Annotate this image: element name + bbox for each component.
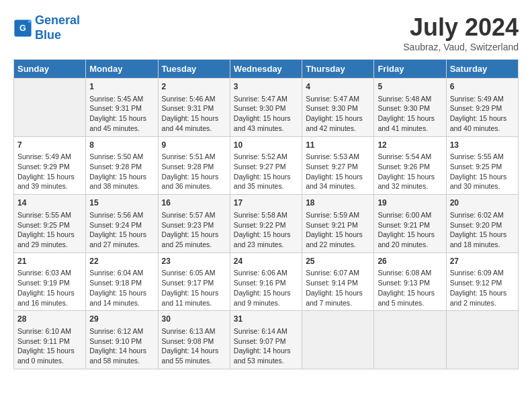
calendar-cell: 20Sunrise: 6:02 AM Sunset: 9:20 PM Dayli…	[446, 195, 518, 253]
day-info: Sunrise: 5:58 AM Sunset: 9:22 PM Dayligh…	[234, 210, 298, 250]
day-info: Sunrise: 5:45 AM Sunset: 9:31 PM Dayligh…	[89, 94, 154, 134]
day-number: 12	[378, 140, 442, 151]
day-info: Sunrise: 5:49 AM Sunset: 9:29 PM Dayligh…	[450, 94, 515, 134]
calendar-cell: 3Sunrise: 5:47 AM Sunset: 9:30 PM Daylig…	[230, 79, 302, 137]
calendar-cell: 23Sunrise: 6:05 AM Sunset: 9:17 PM Dayli…	[158, 253, 230, 311]
calendar-cell: 26Sunrise: 6:08 AM Sunset: 9:13 PM Dayli…	[374, 253, 446, 311]
logo-line1: General	[35, 13, 80, 27]
day-info: Sunrise: 5:53 AM Sunset: 9:27 PM Dayligh…	[306, 152, 370, 191]
calendar-cell	[14, 79, 86, 137]
calendar-cell: 8Sunrise: 5:50 AM Sunset: 9:28 PM Daylig…	[86, 136, 158, 195]
day-number: 3	[234, 81, 298, 93]
column-header-thursday: Thursday	[302, 60, 374, 79]
day-number: 18	[306, 197, 370, 209]
day-number: 9	[162, 140, 226, 151]
calendar-cell: 9Sunrise: 5:51 AM Sunset: 9:28 PM Daylig…	[158, 136, 230, 195]
calendar-cell: 18Sunrise: 5:59 AM Sunset: 9:21 PM Dayli…	[302, 195, 374, 253]
day-number: 11	[306, 140, 370, 151]
calendar-cell: 12Sunrise: 5:54 AM Sunset: 9:26 PM Dayli…	[374, 136, 446, 195]
title-block: July 2024 Saubraz, Vaud, Switzerland	[403, 13, 519, 52]
calendar-cell: 21Sunrise: 6:03 AM Sunset: 9:19 PM Dayli…	[14, 253, 86, 311]
calendar-cell: 22Sunrise: 6:04 AM Sunset: 9:18 PM Dayli…	[86, 253, 158, 311]
day-number: 26	[378, 256, 442, 267]
day-number: 13	[450, 140, 515, 151]
day-info: Sunrise: 6:05 AM Sunset: 9:17 PM Dayligh…	[162, 268, 226, 308]
calendar-cell: 30Sunrise: 6:13 AM Sunset: 9:08 PM Dayli…	[158, 311, 230, 369]
day-number: 6	[450, 81, 515, 93]
day-number: 25	[306, 256, 370, 267]
logo-text: General Blue	[35, 13, 80, 42]
day-number: 8	[89, 140, 154, 151]
calendar-cell: 2Sunrise: 5:46 AM Sunset: 9:31 PM Daylig…	[158, 79, 230, 137]
day-number: 5	[378, 81, 442, 93]
calendar-cell: 13Sunrise: 5:55 AM Sunset: 9:25 PM Dayli…	[446, 136, 518, 195]
day-info: Sunrise: 5:55 AM Sunset: 9:25 PM Dayligh…	[450, 152, 515, 191]
day-number: 10	[234, 140, 298, 151]
calendar-cell	[374, 311, 446, 369]
day-number: 24	[234, 256, 298, 267]
calendar-cell: 25Sunrise: 6:07 AM Sunset: 9:14 PM Dayli…	[302, 253, 374, 311]
day-info: Sunrise: 6:13 AM Sunset: 9:08 PM Dayligh…	[162, 326, 226, 366]
calendar-cell	[446, 311, 518, 369]
location-subtitle: Saubraz, Vaud, Switzerland	[403, 42, 519, 52]
day-info: Sunrise: 6:08 AM Sunset: 9:13 PM Dayligh…	[378, 268, 442, 308]
column-header-sunday: Sunday	[14, 60, 86, 79]
day-info: Sunrise: 5:47 AM Sunset: 9:30 PM Dayligh…	[306, 94, 370, 134]
calendar-cell: 4Sunrise: 5:47 AM Sunset: 9:30 PM Daylig…	[302, 79, 374, 137]
calendar-cell: 6Sunrise: 5:49 AM Sunset: 9:29 PM Daylig…	[446, 79, 518, 137]
day-number: 30	[162, 314, 226, 325]
column-header-tuesday: Tuesday	[158, 60, 230, 79]
logo: G General Blue	[13, 13, 80, 42]
day-info: Sunrise: 5:54 AM Sunset: 9:26 PM Dayligh…	[378, 152, 442, 191]
day-number: 1	[89, 81, 154, 93]
day-number: 29	[89, 314, 154, 325]
calendar-cell: 28Sunrise: 6:10 AM Sunset: 9:11 PM Dayli…	[14, 311, 86, 369]
day-info: Sunrise: 5:48 AM Sunset: 9:30 PM Dayligh…	[378, 94, 442, 134]
calendar-week-2: 7Sunrise: 5:49 AM Sunset: 9:29 PM Daylig…	[14, 136, 519, 195]
day-number: 4	[306, 81, 370, 93]
day-info: Sunrise: 6:03 AM Sunset: 9:19 PM Dayligh…	[17, 268, 82, 308]
day-number: 7	[17, 140, 82, 151]
day-info: Sunrise: 5:50 AM Sunset: 9:28 PM Dayligh…	[89, 152, 154, 191]
calendar-cell: 27Sunrise: 6:09 AM Sunset: 9:12 PM Dayli…	[446, 253, 518, 311]
calendar-table: SundayMondayTuesdayWednesdayThursdayFrid…	[13, 59, 519, 369]
day-number: 14	[17, 197, 82, 209]
calendar-cell: 1Sunrise: 5:45 AM Sunset: 9:31 PM Daylig…	[86, 79, 158, 137]
day-number: 27	[450, 256, 515, 267]
day-info: Sunrise: 5:56 AM Sunset: 9:24 PM Dayligh…	[89, 210, 154, 250]
calendar-cell: 11Sunrise: 5:53 AM Sunset: 9:27 PM Dayli…	[302, 136, 374, 195]
day-number: 23	[162, 256, 226, 267]
column-header-friday: Friday	[374, 60, 446, 79]
calendar-cell: 19Sunrise: 6:00 AM Sunset: 9:21 PM Dayli…	[374, 195, 446, 253]
calendar-week-1: 1Sunrise: 5:45 AM Sunset: 9:31 PM Daylig…	[14, 79, 519, 137]
calendar-cell: 31Sunrise: 6:14 AM Sunset: 9:07 PM Dayli…	[230, 311, 302, 369]
day-info: Sunrise: 6:04 AM Sunset: 9:18 PM Dayligh…	[89, 268, 154, 308]
day-number: 20	[450, 197, 515, 209]
day-number: 31	[234, 314, 298, 325]
column-header-monday: Monday	[86, 60, 158, 79]
page-header: G General Blue July 2024 Saubraz, Vaud, …	[13, 13, 519, 52]
day-info: Sunrise: 6:10 AM Sunset: 9:11 PM Dayligh…	[17, 326, 82, 366]
day-number: 21	[17, 256, 82, 267]
day-info: Sunrise: 5:46 AM Sunset: 9:31 PM Dayligh…	[162, 94, 226, 134]
calendar-cell: 15Sunrise: 5:56 AM Sunset: 9:24 PM Dayli…	[86, 195, 158, 253]
day-info: Sunrise: 6:02 AM Sunset: 9:20 PM Dayligh…	[450, 210, 515, 250]
day-number: 28	[17, 314, 82, 325]
day-info: Sunrise: 5:57 AM Sunset: 9:23 PM Dayligh…	[162, 210, 226, 250]
calendar-week-3: 14Sunrise: 5:55 AM Sunset: 9:25 PM Dayli…	[14, 195, 519, 253]
calendar-week-5: 28Sunrise: 6:10 AM Sunset: 9:11 PM Dayli…	[14, 311, 519, 369]
calendar-cell: 29Sunrise: 6:12 AM Sunset: 9:10 PM Dayli…	[86, 311, 158, 369]
day-number: 17	[234, 197, 298, 209]
day-number: 16	[162, 197, 226, 209]
day-info: Sunrise: 6:09 AM Sunset: 9:12 PM Dayligh…	[450, 268, 515, 308]
column-header-saturday: Saturday	[446, 60, 518, 79]
day-info: Sunrise: 5:55 AM Sunset: 9:25 PM Dayligh…	[17, 210, 82, 250]
calendar-cell: 5Sunrise: 5:48 AM Sunset: 9:30 PM Daylig…	[374, 79, 446, 137]
calendar-cell: 14Sunrise: 5:55 AM Sunset: 9:25 PM Dayli…	[14, 195, 86, 253]
day-number: 19	[378, 197, 442, 209]
day-info: Sunrise: 5:49 AM Sunset: 9:29 PM Dayligh…	[17, 152, 82, 191]
day-info: Sunrise: 6:07 AM Sunset: 9:14 PM Dayligh…	[306, 268, 370, 308]
day-info: Sunrise: 6:06 AM Sunset: 9:16 PM Dayligh…	[234, 268, 298, 308]
logo-line2: Blue	[35, 28, 61, 42]
day-number: 15	[89, 197, 154, 209]
